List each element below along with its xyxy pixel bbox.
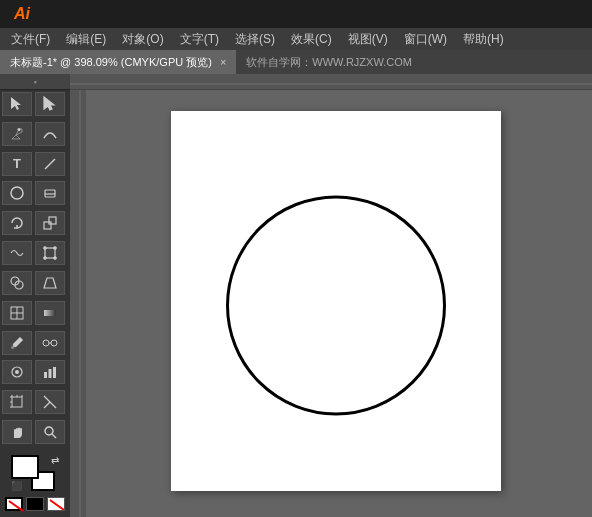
- main-area: ▪ T: [0, 74, 592, 517]
- select-tool[interactable]: [2, 92, 32, 116]
- svg-point-21: [11, 346, 14, 349]
- ruler-horizontal: [70, 74, 592, 90]
- svg-point-12: [44, 257, 46, 259]
- hand-tool[interactable]: [2, 420, 32, 444]
- svg-rect-28: [49, 369, 52, 378]
- ruler-h-svg: [70, 74, 592, 90]
- svg-point-11: [54, 247, 56, 249]
- ellipse-tool[interactable]: [2, 181, 32, 205]
- menu-file[interactable]: 文件(F): [4, 29, 57, 50]
- color-mode-row: [2, 495, 68, 513]
- pen-tool[interactable]: [2, 122, 32, 146]
- shape-builder-tool[interactable]: [2, 271, 32, 295]
- svg-rect-8: [49, 217, 56, 224]
- menu-edit[interactable]: 编辑(E): [59, 29, 113, 50]
- menu-view[interactable]: 视图(V): [341, 29, 395, 50]
- symbol-tool[interactable]: [2, 360, 32, 384]
- curvature-tool[interactable]: [35, 122, 65, 146]
- mesh-tool[interactable]: [2, 301, 32, 325]
- menu-help[interactable]: 帮助(H): [456, 29, 511, 50]
- type-icon: T: [13, 156, 21, 171]
- default-colors-icon[interactable]: ⬛: [11, 481, 22, 491]
- svg-marker-16: [44, 278, 56, 288]
- menu-effect[interactable]: 效果(C): [284, 29, 339, 50]
- svg-point-22: [43, 340, 49, 346]
- svg-line-41: [9, 501, 23, 511]
- tab-bar: 未标题-1* @ 398.09% (CMYK/GPU 预览) × 软件自学网：W…: [0, 50, 592, 74]
- ruler-v-svg: [70, 90, 86, 517]
- gradient-tool[interactable]: [35, 301, 65, 325]
- ai-logo: Ai: [8, 0, 36, 28]
- svg-rect-43: [70, 74, 592, 90]
- canvas-area: [70, 74, 592, 517]
- menu-window[interactable]: 窗口(W): [397, 29, 454, 50]
- warp-tool[interactable]: [2, 241, 32, 265]
- svg-point-13: [54, 257, 56, 259]
- slice-tool[interactable]: [35, 390, 65, 414]
- color-none-swatch[interactable]: [5, 497, 23, 511]
- fill-swatch[interactable]: [11, 455, 39, 479]
- rotate-tool[interactable]: [2, 211, 32, 235]
- active-tab[interactable]: 未标题-1* @ 398.09% (CMYK/GPU 预览) ×: [0, 50, 236, 74]
- svg-marker-0: [11, 97, 21, 110]
- black-swatch[interactable]: [26, 497, 44, 511]
- column-graph-tool[interactable]: [35, 360, 65, 384]
- scale-tool[interactable]: [35, 211, 65, 235]
- svg-rect-30: [12, 397, 22, 407]
- svg-point-23: [51, 340, 57, 346]
- eyedropper-tool[interactable]: [2, 331, 32, 355]
- perspective-tool[interactable]: [35, 271, 65, 295]
- circle-object[interactable]: [226, 195, 446, 415]
- svg-rect-45: [70, 90, 86, 517]
- artboard: [171, 111, 501, 491]
- ruler-vertical: [70, 90, 86, 517]
- swap-colors-icon[interactable]: ⇄: [51, 455, 59, 466]
- svg-point-39: [45, 427, 53, 435]
- blend-tool[interactable]: [35, 331, 65, 355]
- color-section: ⇄ ⬛: [0, 451, 70, 517]
- svg-rect-27: [44, 372, 47, 378]
- menu-type[interactable]: 文字(T): [173, 29, 226, 50]
- svg-rect-20: [44, 310, 56, 316]
- free-transform-tool[interactable]: [35, 241, 65, 265]
- title-bar: Ai: [0, 0, 592, 28]
- svg-point-4: [11, 187, 23, 199]
- direct-select-tool[interactable]: [35, 92, 65, 116]
- svg-rect-29: [53, 367, 56, 378]
- toolbar-ruler-corner: ▪: [0, 74, 70, 90]
- svg-point-2: [18, 128, 21, 131]
- menu-object[interactable]: 对象(O): [115, 29, 170, 50]
- tab-website: 软件自学网：WWW.RJZXW.COM: [236, 50, 422, 74]
- menu-select[interactable]: 选择(S): [228, 29, 282, 50]
- ruler-corner-icon: ▪: [33, 77, 36, 87]
- white-swatch[interactable]: [47, 497, 65, 511]
- tools-panel: T: [0, 90, 70, 451]
- toolbar: ▪ T: [0, 74, 70, 517]
- svg-rect-9: [45, 248, 55, 258]
- eraser-tool[interactable]: [35, 181, 65, 205]
- svg-rect-7: [44, 222, 51, 229]
- tab-label: 未标题-1* @ 398.09% (CMYK/GPU 预览): [10, 55, 212, 70]
- svg-line-40: [52, 434, 56, 438]
- fill-stroke-area: ⇄ ⬛: [11, 455, 59, 491]
- svg-line-42: [50, 500, 64, 510]
- svg-marker-1: [44, 97, 54, 110]
- svg-point-26: [15, 370, 19, 374]
- menu-bar: 文件(F) 编辑(E) 对象(O) 文字(T) 选择(S) 效果(C) 视图(V…: [0, 28, 592, 50]
- svg-line-3: [45, 159, 55, 169]
- svg-line-38: [44, 402, 50, 408]
- svg-point-10: [44, 247, 46, 249]
- artboard-tool[interactable]: [2, 390, 32, 414]
- line-tool[interactable]: [35, 152, 65, 176]
- zoom-tool[interactable]: [35, 420, 65, 444]
- type-tool[interactable]: T: [2, 152, 32, 176]
- tab-close-button[interactable]: ×: [220, 56, 226, 68]
